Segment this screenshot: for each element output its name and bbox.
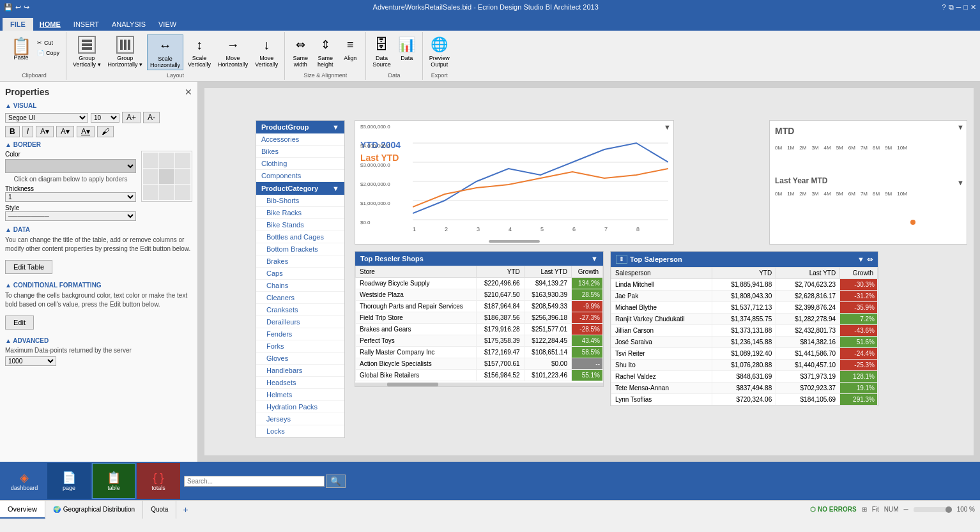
preview-output-btn[interactable]: 🌐 PreviewOutput [427, 34, 452, 69]
chart-scroll-bar[interactable] [489, 240, 540, 243]
reseller-scroll[interactable] [355, 383, 603, 386]
paste-btn[interactable]: 📋 Paste [8, 36, 34, 63]
cond-format-section-header[interactable]: ▲ CONDITIONAL FORMATTING [5, 282, 192, 289]
status-tab-quota[interactable]: Quota [143, 501, 176, 519]
data-source-btn[interactable]: 🗄 DataSource [370, 34, 394, 69]
move-horizontally-btn[interactable]: → MoveHorizontally [215, 34, 250, 69]
visual-section-header[interactable]: ▲ VISUAL [5, 102, 192, 109]
status-tab-overview[interactable]: Overview [0, 501, 45, 519]
close-btn[interactable]: ✕ [970, 3, 976, 11]
font-name-select[interactable]: Segoe UI [5, 113, 88, 123]
underline-btn[interactable]: A▾ [77, 126, 95, 137]
advanced-section-header[interactable]: ▲ ADVANCED [5, 337, 192, 344]
data-section-header[interactable]: ▲ DATA [5, 226, 192, 233]
search-input[interactable] [184, 476, 325, 487]
scale-horizontally-btn[interactable]: ↔ ScaleHorizontally [147, 34, 183, 70]
growth-cell: 134.2% [571, 278, 602, 289]
thickness-select[interactable]: 1 2 3 [5, 192, 136, 202]
style-select[interactable]: ───────── - - - - - [5, 211, 136, 221]
align-btn[interactable]: ≡ Align [339, 34, 362, 63]
data-btn[interactable]: 📊 Data [395, 34, 418, 63]
tab-insert[interactable]: INSERT [67, 18, 105, 31]
pc-hydration-packs[interactable]: Hydration Packs [256, 401, 344, 413]
zoom-out-btn[interactable]: ─ [904, 506, 908, 513]
italic-btn[interactable]: I [22, 126, 33, 137]
pg-accessories[interactable]: Accessories [256, 133, 344, 146]
properties-close-btn[interactable]: ✕ [185, 87, 192, 97]
tab-page[interactable]: 📄 page [47, 463, 91, 499]
zoom-slider[interactable] [914, 507, 952, 512]
copy-btn[interactable]: 📄Copy [36, 49, 61, 57]
pc-derailleurs[interactable]: Derailleurs [256, 316, 344, 328]
saleperson-scroll-up[interactable]: ⇕ [616, 255, 627, 264]
border-section-header[interactable]: ▲ BORDER [5, 141, 192, 148]
same-height-btn[interactable]: ⇕ Sameheight [314, 34, 337, 69]
font-decrease-btn[interactable]: A- [143, 112, 160, 123]
mtd-filter-2-icon[interactable]: ▼ [957, 179, 964, 186]
mtd-filter-icon[interactable]: ▼ [957, 123, 964, 131]
pc-forks[interactable]: Forks [256, 340, 344, 353]
cut-btn[interactable]: ✂Cut [36, 38, 61, 47]
border-color-select[interactable] [5, 159, 136, 173]
chart-filter-icon[interactable]: ▼ [664, 123, 671, 131]
scale-vertically-btn[interactable]: ↕ ScaleVertically [185, 34, 213, 69]
tab-totals[interactable]: { } totals [137, 463, 180, 499]
edit-table-btn[interactable]: Edit Table [5, 260, 52, 274]
pc-brakes[interactable]: Brakes [256, 255, 344, 268]
edit-btn[interactable]: Edit [5, 315, 34, 330]
pc-chains[interactable]: Chains [256, 280, 344, 292]
font-increase-btn[interactable]: A+ [122, 112, 141, 123]
pc-bike-racks[interactable]: Bike Racks [256, 207, 344, 219]
saleperson-expand-icon[interactable]: ⇔ [867, 255, 873, 264]
group-vertically-btn[interactable]: GroupVertically ▾ [70, 34, 103, 69]
pg-clothing[interactable]: Clothing [256, 158, 344, 170]
reseller-filter-icon[interactable]: ▼ [591, 255, 598, 262]
group-horizontally-btn[interactable]: GroupHorizontally ▾ [105, 34, 146, 69]
pc-bottles-cages[interactable]: Bottles and Cages [256, 231, 344, 243]
product-category-filter-icon[interactable]: ▼ [332, 185, 339, 192]
tab-dashboard[interactable]: ◈ dashboard [3, 463, 46, 499]
add-tab-btn[interactable]: + [176, 501, 194, 519]
pg-bikes[interactable]: Bikes [256, 146, 344, 158]
font-size-select[interactable]: 10 [91, 113, 119, 123]
pc-cranksets[interactable]: Cranksets [256, 304, 344, 316]
tab-table[interactable]: 📋 table [92, 463, 135, 499]
highlight-btn[interactable]: A▾ [56, 126, 74, 137]
pc-locks[interactable]: Locks [256, 425, 344, 437]
store-cell: Thorough Parts and Repair Services [356, 301, 477, 312]
tab-view[interactable]: VIEW [152, 18, 183, 31]
saleperson-filter-icon[interactable]: ▼ [857, 255, 864, 263]
status-tab-geo[interactable]: 🌍 Geographical Distribution [45, 501, 143, 519]
product-sidebar-filter-icon[interactable]: ▼ [332, 123, 339, 131]
pg-components[interactable]: Components [256, 170, 344, 182]
font-color-btn[interactable]: A▾ [36, 126, 54, 137]
same-width-btn[interactable]: ⇔ Samewidth [289, 34, 312, 69]
pc-cleaners[interactable]: Cleaners [256, 292, 344, 304]
pc-bike-stands[interactable]: Bike Stands [256, 219, 344, 231]
layout-label: Layout [167, 72, 184, 79]
pc-bottom-brackets[interactable]: Bottom Brackets [256, 243, 344, 255]
move-vertically-btn[interactable]: ↓ MoveVertically [252, 34, 280, 69]
bold-btn[interactable]: B [5, 126, 20, 137]
help-btn[interactable]: ? [942, 3, 946, 11]
tab-analysis[interactable]: ANALYSIS [105, 18, 152, 31]
pc-headsets[interactable]: Headsets [256, 377, 344, 389]
pc-jerseys[interactable]: Jerseys [256, 413, 344, 425]
pc-gloves[interactable]: Gloves [256, 353, 344, 365]
pc-bib-shorts[interactable]: Bib-Shorts [256, 195, 344, 207]
paint-btn[interactable]: 🖌 [97, 126, 114, 137]
pc-helmets[interactable]: Helmets [256, 389, 344, 401]
mtd-marker [910, 220, 915, 225]
max-datapoints-select[interactable]: 1000 [5, 356, 56, 366]
pc-fenders[interactable]: Fenders [256, 328, 344, 340]
tab-home[interactable]: HOME [33, 18, 67, 31]
product-sidebar-header: ProductGroup ▼ [256, 121, 344, 133]
tab-file[interactable]: FILE [3, 18, 33, 31]
restore-btn[interactable]: ⧉ [949, 3, 954, 11]
search-btn[interactable]: 🔍 [326, 475, 346, 488]
pc-handlebars[interactable]: Handlebars [256, 365, 344, 377]
maximize-btn[interactable]: □ [963, 3, 968, 11]
pc-caps[interactable]: Caps [256, 268, 344, 280]
minimize-btn[interactable]: ─ [956, 3, 961, 11]
reseller-row: Westside Plaza $210,647.50 $163,930.39 2… [356, 289, 603, 301]
